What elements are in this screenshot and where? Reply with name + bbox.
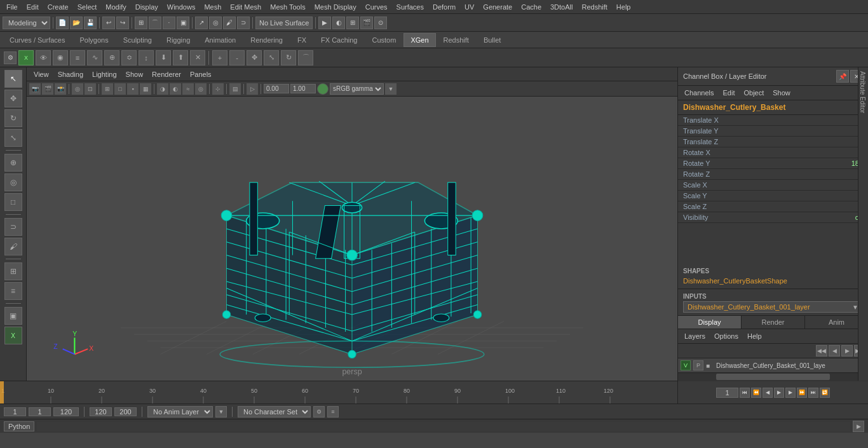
move-tool-icon[interactable]: ✥ (4, 90, 22, 107)
hud-icon[interactable]: ▤ (229, 83, 241, 95)
flat-icon[interactable]: ▪ (127, 83, 139, 95)
shadow-icon[interactable]: ◑ (157, 83, 168, 95)
attr-row-scale-x[interactable]: Scale X 1 (678, 180, 868, 191)
python-execute-icon[interactable]: ▶ (853, 421, 864, 432)
menu-mesh-display[interactable]: Mesh Display (311, 2, 360, 12)
batch-render-icon[interactable]: ⊞ (346, 17, 359, 29)
layer-back-icon[interactable]: ◀ (829, 345, 840, 356)
remove-point-icon[interactable]: - (229, 50, 245, 65)
render-icon[interactable]: ▶ (318, 17, 331, 29)
snap-point-icon[interactable]: · (163, 17, 175, 29)
tab-polygons[interactable]: Polygons (72, 33, 115, 47)
menu-surfaces[interactable]: Surfaces (393, 2, 428, 12)
vp-menu-panels[interactable]: Panels (187, 69, 215, 79)
tab-bullet[interactable]: Bullet (477, 33, 508, 47)
wireframe-icon[interactable]: ⊞ (102, 83, 113, 95)
tab-animation[interactable]: Animation (198, 33, 243, 47)
snap-together-icon[interactable]: ⊞ (4, 262, 22, 280)
vp-menu-lighting[interactable]: Lighting (89, 69, 120, 79)
tab-custom[interactable]: Custom (365, 33, 403, 47)
range-end-input[interactable] (90, 407, 112, 416)
delete-icon[interactable]: ✕ (190, 50, 205, 65)
soft-select-icon[interactable]: ◎ (209, 17, 222, 29)
menu-modify[interactable]: Modify (102, 2, 130, 12)
snap-grid-icon[interactable]: ⊞ (135, 17, 147, 29)
canvas-area[interactable]: X Y Z persp (27, 97, 677, 381)
import-icon[interactable]: ⬇ (156, 50, 171, 65)
soft-modification-icon[interactable]: ◎ (4, 173, 22, 191)
loop-btn[interactable]: 🔁 (820, 388, 830, 398)
anim-layer-arrow[interactable]: ▼ (215, 406, 227, 417)
groom-icon[interactable]: ∿ (87, 50, 102, 65)
scale-icon[interactable]: ⤡ (264, 50, 279, 65)
menu-3dtoall[interactable]: 3DtoAll (546, 2, 576, 12)
tab-xgen[interactable]: XGen (403, 33, 435, 47)
xgen-logo-icon[interactable]: X (18, 50, 34, 65)
eye-icon[interactable]: 👁 (36, 50, 51, 65)
dof-icon[interactable]: ◎ (195, 83, 207, 95)
ly-menu-options[interactable]: Options (710, 331, 742, 341)
control-icon[interactable]: ⊕ (104, 50, 119, 65)
tab-redshift[interactable]: Redshift (437, 33, 476, 47)
vp-menu-show[interactable]: Show (123, 69, 147, 79)
ly-menu-layers[interactable]: Layers (681, 331, 709, 341)
attr-row-translate-z[interactable]: Translate Z 0 (678, 137, 868, 147)
prev-key-btn[interactable]: ⏪ (751, 388, 761, 398)
smooth-icon[interactable]: □ (114, 83, 126, 95)
menu-edit-mesh[interactable]: Edit Mesh (226, 2, 265, 12)
menu-mesh[interactable]: Mesh (200, 2, 225, 12)
python-tab[interactable]: Python (4, 421, 34, 431)
ipr-icon[interactable]: ◐ (332, 17, 345, 29)
anim-layer-select[interactable]: No Anim Layer (147, 406, 213, 417)
select-by-type-icon[interactable]: ↗ (195, 17, 208, 29)
camera2-icon[interactable]: 📸 (55, 83, 66, 95)
inputs-dropdown[interactable]: Dishwasher_Cutlery_Basket_001_layer ▼ (683, 301, 863, 313)
tab-rigging[interactable]: Rigging (159, 33, 197, 47)
redo-icon[interactable]: ↪ (116, 17, 129, 29)
color-swatch[interactable] (317, 83, 329, 95)
attr-row-visibility[interactable]: Visibility on (678, 212, 868, 223)
show-manipulator-icon[interactable]: □ (4, 193, 22, 211)
snap-surface-icon[interactable]: ▣ (177, 17, 189, 29)
layer-visible-icon[interactable]: V (681, 360, 691, 370)
layer-playback-icon[interactable]: P (693, 360, 703, 370)
attr-row-rotate-x[interactable]: Rotate X 0 (678, 147, 868, 158)
save-scene-icon[interactable]: 💾 (84, 17, 97, 29)
tab-fx[interactable]: FX (290, 33, 313, 47)
attribute-editor-tab[interactable]: Attribute Editor (858, 67, 868, 381)
guide-icon[interactable]: ↕ (139, 50, 154, 65)
camera-icon[interactable]: 📷 (29, 83, 41, 95)
rotate-icon[interactable]: ↻ (281, 50, 296, 65)
render-settings-icon[interactable]: 🎬 (360, 17, 373, 29)
x-ray-icon[interactable]: ⊡ (85, 83, 96, 95)
frame-end-input[interactable] (53, 407, 79, 416)
total-end-input[interactable] (114, 407, 137, 416)
comb-icon[interactable]: ≡ (70, 50, 85, 65)
ly-menu-help[interactable]: Help (743, 331, 766, 341)
layer-prev-icon[interactable]: ◀◀ (816, 345, 827, 356)
menu-mesh-tools[interactable]: Mesh Tools (266, 2, 309, 12)
gamma-arrow-icon[interactable]: ▼ (385, 83, 397, 95)
python-input[interactable] (37, 422, 850, 431)
char-set-select[interactable]: No Character Set (238, 406, 311, 417)
render-view-icon[interactable]: ⊙ (374, 17, 387, 29)
xgen-logo-side-icon[interactable]: X (4, 327, 22, 344)
rotate-tool-icon[interactable]: ↻ (4, 109, 22, 127)
attr-row-scale-y[interactable]: Scale Y 1 (678, 191, 868, 201)
vp-menu-shading[interactable]: Shading (55, 69, 86, 79)
undo-icon[interactable]: ↩ (102, 17, 115, 29)
frame-current-input[interactable] (29, 407, 51, 416)
object-name[interactable]: Dishwasher_Cutlery_Basket (678, 100, 868, 115)
new-scene-icon[interactable]: 📄 (56, 17, 69, 29)
next-frame-btn[interactable]: ▶ (785, 388, 796, 398)
shape-name[interactable]: Dishwasher_CutleryBasketShape (683, 276, 863, 286)
menu-help[interactable]: Help (613, 2, 635, 12)
timeline-ruler[interactable]: 1 10 20 30 40 50 60 70 80 90 100 110 120 (0, 381, 677, 404)
ch-menu-show[interactable]: Show (769, 88, 794, 98)
modifier-icon[interactable]: ≎ (121, 50, 137, 65)
live-surface-button[interactable]: No Live Surface (255, 17, 313, 29)
menu-uv[interactable]: UV (461, 2, 478, 12)
current-frame-input[interactable] (716, 388, 738, 398)
ch-menu-object[interactable]: Object (740, 88, 768, 98)
paint-select-tool-icon[interactable]: 🖌 (4, 238, 22, 255)
